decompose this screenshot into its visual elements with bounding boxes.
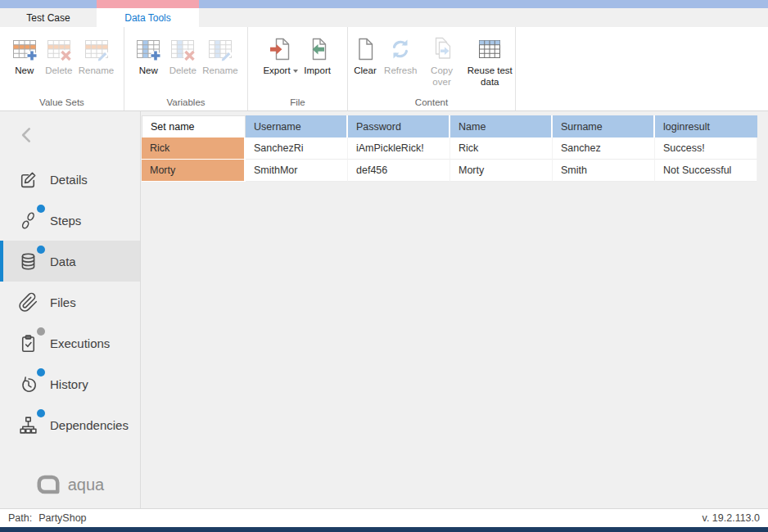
tab-test-case[interactable]: Test Case xyxy=(0,8,97,27)
sidebar-item-steps[interactable]: Steps xyxy=(0,200,140,241)
ribbon-group-value-sets: New Delete Rename Value Sets xyxy=(0,27,124,110)
data-badge xyxy=(37,246,45,254)
table-column-new-icon xyxy=(135,36,161,62)
sidebar-item-label: Files xyxy=(50,295,76,309)
sidebar-item-files[interactable]: Files xyxy=(0,282,140,322)
ribbon: New Delete Rename Value Sets xyxy=(0,27,768,111)
status-bar: Path: PartyShop v. 19.2.113.0 xyxy=(0,508,768,527)
group-label-variables: Variables xyxy=(124,97,247,107)
column-header-username: Username xyxy=(246,115,348,138)
column-header-name: Name xyxy=(450,115,553,138)
import-button[interactable]: Import xyxy=(300,32,335,79)
table-cell[interactable]: Not Successful xyxy=(655,160,757,182)
table-cell[interactable]: SmithMor xyxy=(246,160,348,182)
aqua-logo-icon xyxy=(36,474,61,495)
table-cell[interactable]: iAmPickleRick! xyxy=(348,138,450,160)
table-header-row: Set name Username Password Name Surname … xyxy=(142,115,757,138)
table-row-new-icon xyxy=(11,36,38,62)
chevron-left-icon[interactable] xyxy=(16,124,38,146)
column-header-password: Password xyxy=(348,115,450,138)
active-tab-highlight xyxy=(97,0,199,8)
aqua-logo: aqua xyxy=(0,474,140,495)
table-row: Morty SmithMor def456 Morty Smith Not Su… xyxy=(142,160,757,182)
table-cell[interactable]: Morty xyxy=(450,160,553,182)
table-row-rename-icon xyxy=(84,36,110,62)
column-header-set-name: Set name xyxy=(142,115,246,138)
sidebar-item-executions[interactable]: Executions xyxy=(0,322,140,363)
table-cell[interactable]: Smith xyxy=(553,160,655,182)
window-accent-strip xyxy=(0,0,768,8)
dependencies-badge xyxy=(37,409,45,417)
reuse-test-data-icon xyxy=(477,36,503,62)
value-sets-new-button[interactable]: New xyxy=(7,32,42,79)
table-row-delete-icon xyxy=(46,36,72,62)
reuse-test-data-button[interactable]: Reuse test data xyxy=(465,32,515,90)
export-icon xyxy=(268,36,294,62)
table-column-delete-icon xyxy=(169,36,196,62)
version-label: v. 19.2.113.0 xyxy=(702,512,760,524)
path-label: Path: xyxy=(8,512,32,524)
sidebar-item-label: Executions xyxy=(50,336,110,350)
import-icon xyxy=(305,36,331,62)
path-value: PartyShop xyxy=(38,512,86,524)
history-icon xyxy=(18,374,38,394)
variables-delete-button[interactable]: Delete xyxy=(165,32,200,79)
group-label-file: File xyxy=(248,97,347,107)
set-name-cell[interactable]: Rick xyxy=(142,138,246,160)
refresh-icon xyxy=(387,36,413,62)
column-header-surname: Surname xyxy=(553,115,655,138)
column-header-loginresult: loginresult xyxy=(655,115,757,138)
edit-icon xyxy=(18,169,38,190)
sidebar-item-label: Steps xyxy=(50,214,81,228)
clipboard-check-icon xyxy=(18,333,38,354)
sidebar-item-details[interactable]: Details xyxy=(0,159,140,200)
sidebar-item-dependencies[interactable]: Dependencies xyxy=(0,404,140,445)
table-row: Rick SanchezRi iAmPickleRick! Rick Sanch… xyxy=(142,138,757,160)
table-cell[interactable]: Sanchez xyxy=(553,138,655,160)
set-name-cell[interactable]: Morty xyxy=(142,160,246,182)
org-chart-icon xyxy=(18,415,38,435)
clear-button[interactable]: Clear xyxy=(348,32,382,79)
sidebar-item-label: Dependencies xyxy=(50,418,129,432)
executions-badge xyxy=(37,327,45,336)
sidebar-item-label: Details xyxy=(50,173,88,187)
sidebar-item-label: History xyxy=(50,377,88,391)
value-set-table: Set name Username Password Name Surname … xyxy=(142,115,757,182)
table-cell[interactable]: SanchezRi xyxy=(246,138,348,160)
ribbon-group-variables: New Delete Rename Variables xyxy=(124,27,248,110)
sidebar-item-label: Data xyxy=(50,255,76,268)
clear-page-icon xyxy=(352,36,378,62)
sidebar: Details Steps Data xyxy=(0,111,141,508)
dropdown-arrow-icon xyxy=(293,70,298,73)
ribbon-group-content: Clear Refresh Copy over xyxy=(348,27,516,110)
group-label-value-sets: Value Sets xyxy=(0,97,124,107)
table-column-rename-icon xyxy=(207,36,233,62)
sidebar-item-history[interactable]: History xyxy=(0,363,140,404)
database-icon xyxy=(18,251,38,272)
tab-data-tools[interactable]: Data Tools xyxy=(97,8,199,27)
steps-icon xyxy=(18,210,38,231)
table-cell[interactable]: def456 xyxy=(348,160,450,182)
sidebar-item-data[interactable]: Data xyxy=(0,241,140,282)
copy-over-icon xyxy=(429,36,455,62)
copy-over-button[interactable]: Copy over xyxy=(418,32,464,90)
ribbon-group-file: Export Import File xyxy=(248,27,348,110)
value-sets-rename-button[interactable]: Rename xyxy=(76,32,116,79)
variables-new-button[interactable]: New xyxy=(131,32,165,79)
steps-badge xyxy=(37,205,45,213)
variables-rename-button[interactable]: Rename xyxy=(200,32,240,79)
window-bottom-strip xyxy=(0,527,768,532)
aqua-logo-text: aqua xyxy=(68,476,105,494)
paperclip-icon xyxy=(18,292,38,313)
table-cell[interactable]: Rick xyxy=(450,138,553,160)
history-badge xyxy=(37,368,45,376)
export-button[interactable]: Export xyxy=(260,32,300,79)
value-sets-delete-button[interactable]: Delete xyxy=(42,32,76,79)
ribbon-tab-bar: Test Case Data Tools xyxy=(0,8,768,27)
table-cell[interactable]: Success! xyxy=(655,138,757,160)
group-label-content: Content xyxy=(348,97,515,107)
refresh-button[interactable]: Refresh xyxy=(382,32,418,79)
